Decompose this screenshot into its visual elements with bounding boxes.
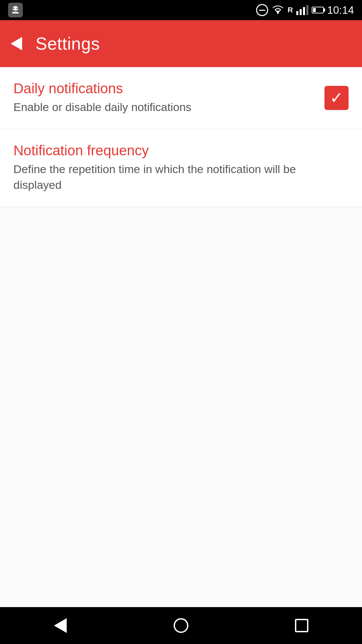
back-arrow-icon bbox=[11, 37, 22, 50]
nav-back-button[interactable] bbox=[47, 612, 74, 639]
svg-rect-10 bbox=[306, 5, 308, 15]
svg-rect-9 bbox=[303, 7, 305, 15]
nav-home-icon bbox=[174, 618, 188, 633]
signal-icon bbox=[296, 5, 308, 15]
app-bar: Settings bbox=[0, 20, 362, 67]
wifi-icon bbox=[272, 5, 284, 15]
svg-rect-5 bbox=[13, 10, 17, 11]
status-time: 10:14 bbox=[327, 4, 354, 16]
battery-icon bbox=[312, 7, 324, 13]
daily-notifications-checkbox[interactable]: ✓ bbox=[324, 86, 349, 110]
daily-notifications-checkbox-container: ✓ bbox=[324, 86, 349, 110]
daily-notifications-item[interactable]: Daily notifications Enable or disable da… bbox=[0, 67, 362, 129]
back-button[interactable] bbox=[11, 37, 22, 50]
dnd-icon bbox=[256, 4, 268, 16]
status-bar-left bbox=[8, 3, 23, 17]
notification-frequency-title: Notification frequency bbox=[13, 143, 339, 159]
notification-frequency-item[interactable]: Notification frequency Define the repeti… bbox=[0, 129, 362, 207]
checkmark-icon: ✓ bbox=[330, 90, 343, 106]
daily-notifications-title: Daily notifications bbox=[13, 80, 314, 97]
svg-rect-7 bbox=[296, 11, 298, 15]
daily-notifications-description: Enable or disable daily notifications bbox=[13, 99, 314, 115]
nav-bar bbox=[0, 607, 362, 644]
svg-point-3 bbox=[13, 8, 14, 9]
nav-recents-button[interactable] bbox=[288, 612, 315, 639]
svg-point-6 bbox=[277, 12, 279, 14]
nav-back-icon bbox=[54, 618, 67, 633]
app-icon bbox=[8, 3, 23, 17]
settings-content: Daily notifications Enable or disable da… bbox=[0, 67, 362, 607]
nav-recents-icon bbox=[295, 619, 308, 632]
daily-notifications-text: Daily notifications Enable or disable da… bbox=[13, 80, 324, 115]
r-indicator: R bbox=[288, 6, 293, 14]
status-bar: R 10:14 bbox=[0, 0, 362, 20]
svg-point-4 bbox=[16, 8, 18, 9]
status-bar-right: R 10:14 bbox=[256, 4, 354, 16]
svg-rect-8 bbox=[300, 9, 302, 15]
svg-rect-2 bbox=[12, 12, 19, 13]
notification-frequency-text: Notification frequency Define the repeti… bbox=[13, 143, 349, 193]
notification-frequency-description: Define the repetition time in which the … bbox=[13, 161, 339, 193]
nav-home-button[interactable] bbox=[168, 612, 194, 639]
app-bar-title: Settings bbox=[36, 34, 100, 54]
